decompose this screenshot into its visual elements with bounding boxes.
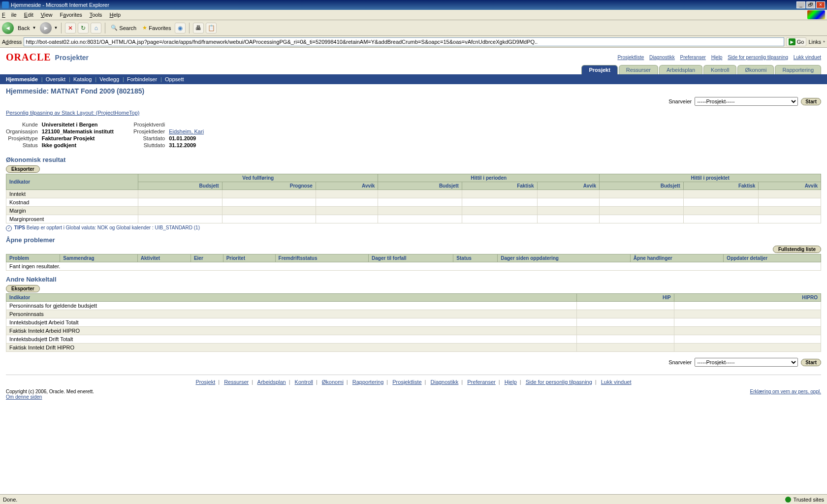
pcol-7[interactable]: Status xyxy=(453,254,498,262)
links-button[interactable]: Links xyxy=(808,39,821,45)
app-subtitle: Prosjekter xyxy=(55,54,89,62)
privacy-link[interactable]: Erklæring om vern av pers. oppl. xyxy=(750,389,821,400)
restore-button[interactable]: 🗗 xyxy=(806,1,815,8)
flink-8[interactable]: Preferanser xyxy=(467,379,495,385)
pcol-10[interactable]: Oppdater detaljer xyxy=(724,254,821,262)
flink-2[interactable]: Arbeidsplan xyxy=(257,379,286,385)
subnav-vedlegg[interactable]: Vedlegg xyxy=(99,76,119,82)
flink-11[interactable]: Lukk vinduet xyxy=(601,379,632,385)
print-button[interactable]: 🖶 xyxy=(193,23,204,33)
pcol-8[interactable]: Dager siden oppdatering xyxy=(498,254,631,262)
menu-favorites[interactable]: Favorites xyxy=(60,12,82,18)
search-button[interactable]: 🔍Search xyxy=(109,25,138,31)
subnav-oversikt[interactable]: Oversikt xyxy=(46,76,65,82)
personalize-link[interactable]: Personlig tilpasning av Stack Layout: (P… xyxy=(6,110,139,116)
menu-edit[interactable]: Edit xyxy=(24,12,33,18)
menu-file[interactable]: File xyxy=(2,12,17,18)
subnav-forbindelser[interactable]: Forbindelser xyxy=(127,76,157,82)
colgrp-prosjektet: Hittil i prosjektet xyxy=(600,174,821,182)
menu-tools[interactable]: Tools xyxy=(90,12,102,18)
shortcut-start-button-b[interactable]: Start xyxy=(801,359,821,366)
menu-view[interactable]: View xyxy=(41,12,53,18)
toplink-preferanser[interactable]: Preferanser xyxy=(680,55,706,60)
pleder-link[interactable]: Eidsheim, Kari xyxy=(169,128,204,134)
pcol-3[interactable]: Eier xyxy=(191,254,223,262)
window-close-button[interactable]: × xyxy=(816,1,825,8)
toplink-personlig[interactable]: Side for personlig tilpasning xyxy=(728,55,788,60)
flink-7[interactable]: Diagnostikk xyxy=(431,379,459,385)
flink-10[interactable]: Side for personlig tilpasning xyxy=(526,379,592,385)
tab-prosjekt[interactable]: Prosjekt xyxy=(581,65,617,74)
pcol-1[interactable]: Sammendrag xyxy=(60,254,137,262)
econ-export-button[interactable]: Eksporter xyxy=(6,165,40,173)
full-list-button[interactable]: Fullstendig liste xyxy=(773,246,821,253)
edit-button[interactable]: 📋 xyxy=(206,23,217,33)
flink-1[interactable]: Ressurser xyxy=(224,379,249,385)
toplink-diagnostikk[interactable]: Diagnostikk xyxy=(649,55,675,60)
pcol-0[interactable]: Problem xyxy=(6,254,60,262)
subnav-katalog[interactable]: Katalog xyxy=(73,76,92,82)
tab-rapportering[interactable]: Rapportering xyxy=(775,65,821,74)
subnav-hjemmeside[interactable]: Hjemmeside xyxy=(6,76,38,82)
back-button[interactable]: ◄ xyxy=(2,22,14,34)
shortcut-row: Snarveier -----Prosjekt----- Start xyxy=(6,97,821,106)
ie-icon xyxy=(2,1,9,8)
windows-logo-icon xyxy=(807,10,825,19)
shortcut-select[interactable]: -----Prosjekt----- xyxy=(695,97,798,106)
address-input[interactable] xyxy=(24,37,784,46)
col-indikator[interactable]: Indikator xyxy=(6,174,138,190)
stop-button[interactable]: ✕ xyxy=(65,23,76,33)
flink-6[interactable]: Prosjektliste xyxy=(392,379,421,385)
table-row: Fant ingen resultater. xyxy=(6,262,821,271)
history-button[interactable]: ◉ xyxy=(175,23,186,33)
back-label[interactable]: Back▼ xyxy=(16,25,38,31)
col-budsjett1[interactable]: Budsjett xyxy=(138,182,223,190)
about-link[interactable]: Om denne siden xyxy=(6,394,42,400)
ncol-indikator[interactable]: Indikator xyxy=(6,294,577,302)
app-header: ORACLE Prosjekter Prosjektliste Diagnost… xyxy=(0,48,827,65)
tab-okonomi[interactable]: Økonomi xyxy=(737,65,774,74)
pcol-9[interactable]: Åpne handlinger xyxy=(630,254,724,262)
flink-0[interactable]: Prosjekt xyxy=(195,379,215,385)
toplink-lukk[interactable]: Lukk vinduet xyxy=(794,55,821,60)
toplink-prosjektliste[interactable]: Prosjektliste xyxy=(617,55,644,60)
nokkel-export-button[interactable]: Eksporter xyxy=(6,285,40,292)
table-row: Inntekt xyxy=(6,190,821,198)
favorites-button[interactable]: ★Favorites xyxy=(140,25,173,31)
ncol-hip[interactable]: HIP xyxy=(576,294,674,302)
minimize-button[interactable]: _ xyxy=(796,1,805,8)
col-avvik3[interactable]: Avvik xyxy=(759,182,821,190)
shortcut-start-button[interactable]: Start xyxy=(801,98,821,105)
forward-dropdown[interactable]: ▼ xyxy=(54,26,58,30)
forward-button[interactable]: ► xyxy=(40,22,52,34)
pcol-6[interactable]: Dager til forfall xyxy=(369,254,453,262)
col-faktisk1[interactable]: Faktisk xyxy=(462,182,537,190)
flink-9[interactable]: Hjelp xyxy=(505,379,517,385)
shortcut-select-b[interactable]: -----Prosjekt----- xyxy=(695,358,798,367)
pcol-2[interactable]: Aktivitet xyxy=(137,254,191,262)
go-icon: ► xyxy=(789,38,795,45)
tab-arbeidsplan[interactable]: Arbeidsplan xyxy=(659,65,702,74)
refresh-button[interactable]: ↻ xyxy=(78,23,89,33)
tab-kontroll[interactable]: Kontroll xyxy=(703,65,736,74)
subnav-oppsett[interactable]: Oppsett xyxy=(165,76,184,82)
home-button[interactable]: ⌂ xyxy=(91,23,101,33)
col-budsjett3[interactable]: Budsjett xyxy=(600,182,684,190)
shortcut-row-bottom: Snarveier -----Prosjekt----- Start xyxy=(6,358,821,367)
col-budsjett2[interactable]: Budsjett xyxy=(378,182,462,190)
col-avvik1[interactable]: Avvik xyxy=(316,182,378,190)
tab-ressurser[interactable]: Ressurser xyxy=(619,65,658,74)
pcol-4[interactable]: Prioritet xyxy=(223,254,275,262)
col-faktisk2[interactable]: Faktisk xyxy=(683,182,759,190)
col-prognose[interactable]: Prognose xyxy=(222,182,316,190)
pcol-5[interactable]: Fremdriftsstatus xyxy=(275,254,369,262)
menu-help[interactable]: Help xyxy=(109,12,121,18)
go-button[interactable]: ►Go xyxy=(786,37,807,46)
flink-4[interactable]: Økonomi xyxy=(322,379,344,385)
ncol-hipro[interactable]: HIPRO xyxy=(674,294,821,302)
toplink-hjelp[interactable]: Hjelp xyxy=(711,55,723,60)
col-avvik2[interactable]: Avvik xyxy=(537,182,600,190)
flink-3[interactable]: Kontroll xyxy=(295,379,313,385)
flink-5[interactable]: Rapportering xyxy=(352,379,384,385)
shortcut-label: Snarveier xyxy=(668,98,692,104)
